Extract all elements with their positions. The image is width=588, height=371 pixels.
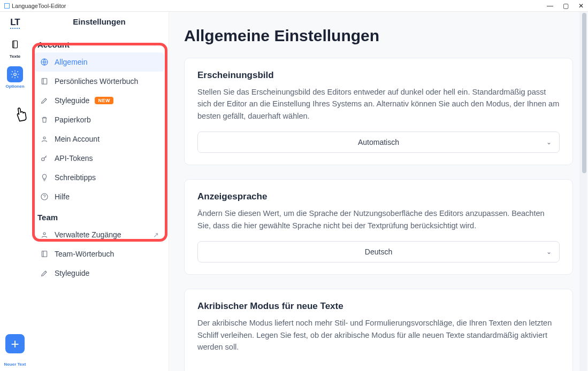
nav-rail: LT Texte Optionen + Neuer Text <box>0 12 30 371</box>
card-heading: Erscheinungsbild <box>197 70 560 81</box>
scrollbar-thumb[interactable] <box>582 13 586 173</box>
card-body: Der akribische Modus liefert noch mehr S… <box>197 317 560 353</box>
logo: LT <box>10 17 20 29</box>
user-icon <box>40 134 49 144</box>
help-icon <box>40 192 49 202</box>
appearance-select[interactable]: Automatisch ⌄ <box>197 132 560 153</box>
chevron-down-icon: ⌄ <box>546 248 552 256</box>
app-icon <box>4 3 10 9</box>
svg-rect-3 <box>42 79 47 84</box>
svg-rect-8 <box>42 251 47 257</box>
card-akribisch: Akribischer Modus für neue Texte Der akr… <box>184 289 573 371</box>
card-body: Ändern Sie diesen Wert, um die Sprache d… <box>197 207 560 231</box>
main-content: Allgemeine Einstellungen Erscheinungsbil… <box>169 12 588 371</box>
card-appearance: Erscheinungsbild Stellen Sie das Erschei… <box>184 58 573 165</box>
external-link-icon: ↗ <box>153 231 159 239</box>
menu-allgemein[interactable]: Allgemein <box>34 52 164 72</box>
key-icon <box>40 153 49 163</box>
menu-api-tokens[interactable]: API-Tokens <box>34 149 164 168</box>
user-icon <box>40 230 49 239</box>
menu-styleguide[interactable]: Styleguide NEW <box>34 91 164 110</box>
svg-point-4 <box>43 137 45 139</box>
section-team: Team <box>30 206 169 225</box>
gear-icon <box>7 66 23 82</box>
new-badge: NEW <box>95 97 113 104</box>
page-title: Allgemeine Einstellungen <box>184 27 573 45</box>
svg-point-1 <box>14 73 17 76</box>
section-account: Account <box>30 34 169 52</box>
pen-icon <box>40 268 49 278</box>
menu-team-woerterbuch[interactable]: Team-Wörterbuch <box>34 244 164 264</box>
menu-schreibtipps[interactable]: Schreibtipps <box>34 168 164 187</box>
menu-team-styleguide[interactable]: Styleguide <box>34 264 164 283</box>
card-heading: Akribischer Modus für neue Texte <box>197 301 560 312</box>
titlebar: LanguageTool-Editor — ▢ ✕ <box>0 0 588 12</box>
minimize-button[interactable]: — <box>547 2 553 10</box>
settings-sidebar: Einstellungen Account Allgemein Persönli… <box>30 12 169 371</box>
sidebar-title: Einstellungen <box>30 17 169 26</box>
new-text-button[interactable]: + <box>5 334 25 353</box>
document-icon <box>7 36 23 52</box>
menu-verwaltete-zugaenge[interactable]: Verwaltete Zugänge ↗ <box>34 225 164 244</box>
new-text-label: Neuer Text <box>4 362 26 367</box>
svg-point-7 <box>43 233 45 235</box>
card-body: Stellen Sie das Erscheinungsbild des Edi… <box>197 86 560 122</box>
menu-hilfe[interactable]: Hilfe <box>34 187 164 206</box>
book-icon <box>40 249 49 259</box>
svg-point-5 <box>42 158 44 160</box>
menu-papierkorb[interactable]: Papierkorb <box>34 110 164 129</box>
book-icon <box>40 76 49 86</box>
svg-rect-0 <box>13 41 18 48</box>
menu-woerterbuch[interactable]: Persönliches Wörterbuch <box>34 72 164 91</box>
card-heading: Anzeigesprache <box>197 191 560 202</box>
language-select[interactable]: Deutsch ⌄ <box>197 241 560 262</box>
pen-icon <box>40 96 49 105</box>
chevron-down-icon: ⌄ <box>546 138 552 146</box>
trash-icon <box>40 115 49 125</box>
maximize-button[interactable]: ▢ <box>563 2 569 10</box>
card-language: Anzeigesprache Ändern Sie diesen Wert, u… <box>184 179 573 275</box>
globe-icon <box>40 57 49 67</box>
menu-mein-account[interactable]: Mein Account <box>34 129 164 149</box>
window-title: LanguageTool-Editor <box>12 3 66 9</box>
bulb-icon <box>40 173 49 182</box>
rail-optionen[interactable]: Optionen <box>5 66 25 89</box>
rail-texte[interactable]: Texte <box>5 36 25 59</box>
close-button[interactable]: ✕ <box>578 2 584 10</box>
